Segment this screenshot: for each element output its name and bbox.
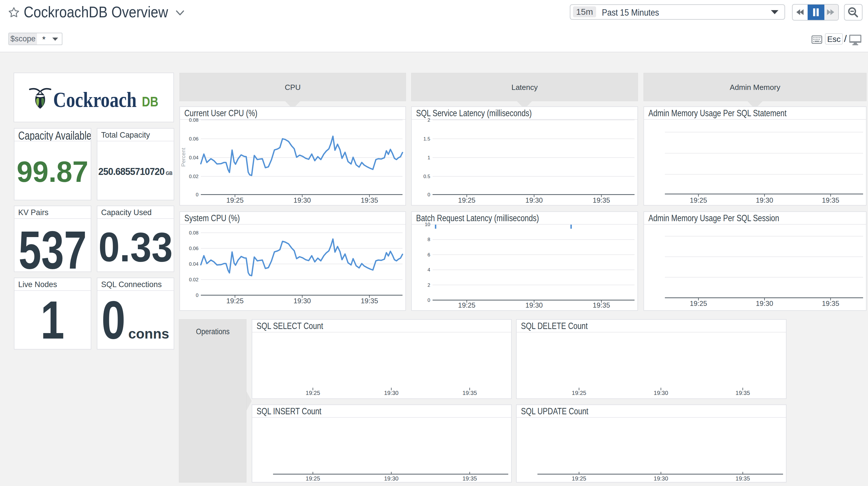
svg-text:0.08: 0.08 <box>189 117 198 123</box>
svg-text:19:25: 19:25 <box>458 301 475 309</box>
svg-text:0.5: 0.5 <box>423 174 430 179</box>
svg-text:19:30: 19:30 <box>654 475 668 482</box>
svg-text:19:25: 19:25 <box>306 475 320 482</box>
svg-text:19:25: 19:25 <box>226 196 244 204</box>
svg-text:19:35: 19:35 <box>593 301 610 309</box>
svg-text:19:25: 19:25 <box>306 390 320 396</box>
svg-text:19:35: 19:35 <box>822 299 839 307</box>
svg-text:0.04: 0.04 <box>189 261 198 267</box>
svg-text:0: 0 <box>196 293 198 298</box>
svg-text:0.08: 0.08 <box>189 230 198 236</box>
svg-text:19:30: 19:30 <box>293 297 311 305</box>
svg-text:19:30: 19:30 <box>654 390 668 396</box>
svg-text:8: 8 <box>428 237 430 242</box>
svg-text:0.06: 0.06 <box>189 246 198 251</box>
svg-text:19:30: 19:30 <box>525 301 542 309</box>
svg-text:0.06: 0.06 <box>189 136 198 142</box>
svg-text:19:35: 19:35 <box>822 196 839 204</box>
svg-text:19:25: 19:25 <box>572 390 586 396</box>
svg-text:0: 0 <box>428 297 430 303</box>
svg-text:19:35: 19:35 <box>361 196 378 204</box>
svg-text:10: 10 <box>425 222 430 227</box>
svg-text:0: 0 <box>428 192 430 197</box>
svg-text:0.04: 0.04 <box>189 155 198 161</box>
svg-text:4: 4 <box>428 267 430 273</box>
svg-text:19:35: 19:35 <box>361 297 378 305</box>
svg-text:19:35: 19:35 <box>462 475 477 482</box>
svg-text:19:35: 19:35 <box>593 196 610 204</box>
svg-text:1: 1 <box>428 155 430 161</box>
svg-text:19:30: 19:30 <box>293 196 311 204</box>
svg-text:19:25: 19:25 <box>690 299 707 307</box>
svg-text:Percent: Percent <box>180 148 186 167</box>
svg-text:19:30: 19:30 <box>384 390 399 396</box>
svg-text:19:30: 19:30 <box>384 475 399 482</box>
svg-text:2: 2 <box>428 117 430 123</box>
svg-text:19:30: 19:30 <box>525 196 542 204</box>
svg-text:19:35: 19:35 <box>462 390 477 396</box>
svg-text:19:25: 19:25 <box>226 297 244 305</box>
svg-text:19:30: 19:30 <box>756 196 773 204</box>
svg-text:1.5: 1.5 <box>423 136 430 142</box>
svg-text:0: 0 <box>196 192 198 197</box>
svg-text:19:25: 19:25 <box>572 475 586 482</box>
svg-text:19:30: 19:30 <box>756 299 773 307</box>
svg-text:2: 2 <box>428 283 430 288</box>
svg-text:19:35: 19:35 <box>736 390 750 396</box>
svg-text:6: 6 <box>428 252 430 258</box>
svg-text:19:25: 19:25 <box>458 196 475 204</box>
svg-text:0.02: 0.02 <box>189 277 198 283</box>
svg-text:19:25: 19:25 <box>690 196 707 204</box>
svg-text:0.02: 0.02 <box>189 174 198 179</box>
svg-text:19:35: 19:35 <box>736 475 750 482</box>
